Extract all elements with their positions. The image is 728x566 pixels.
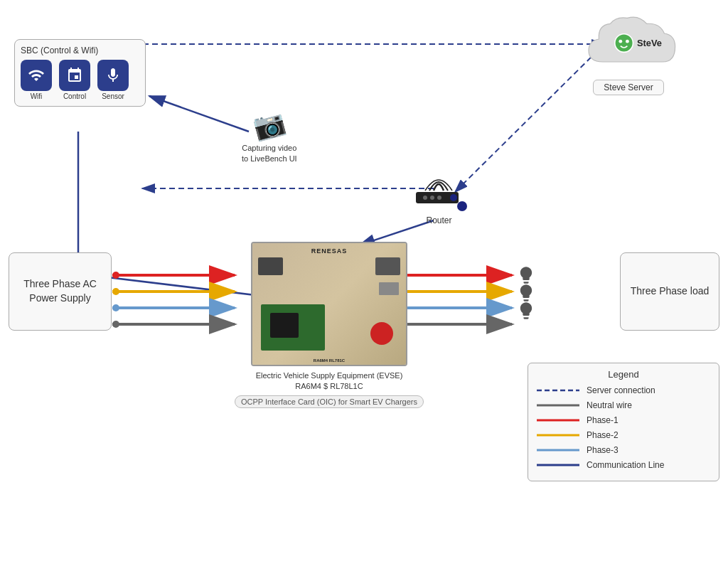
legend-neutral: Neutral wire	[537, 400, 710, 410]
legend-neutral-line	[537, 402, 579, 409]
camera-label: Capturing videoto LiveBench UI	[242, 143, 297, 165]
legend-phase2-label: Phase-2	[587, 430, 619, 440]
legend-phase2-line	[537, 432, 579, 439]
steve-server-label: Steve Server	[593, 80, 663, 95]
svg-point-37	[423, 196, 427, 200]
control-label: Control	[63, 92, 86, 100]
svg-point-18	[112, 321, 119, 328]
evse-board: RENESAS RA6M4 RL781C	[251, 242, 407, 366]
sbc-wifi-item: Wifi	[21, 60, 52, 100]
svg-point-32	[615, 34, 633, 53]
router-container: Router	[412, 171, 466, 225]
legend-phase3-label: Phase-3	[587, 445, 619, 455]
legend-phase1: Phase-1	[537, 415, 710, 425]
legend-title: Legend	[537, 369, 710, 380]
legend-comm-label: Communication Line	[587, 460, 664, 470]
svg-point-39	[437, 196, 441, 200]
svg-point-34	[626, 40, 629, 43]
svg-point-40	[450, 194, 457, 201]
router-icon	[412, 171, 466, 210]
svg-text:SteVe: SteVe	[637, 38, 662, 48]
legend-server-connection: Server connection	[537, 385, 710, 395]
ac-power-box: Three Phase ACPower Supply	[9, 252, 112, 331]
legend-comm: Communication Line	[537, 460, 710, 470]
load-box: Three Phase load	[620, 252, 719, 331]
cloud-svg: SteVe	[572, 13, 685, 77]
sbc-sensor-item: Sensor	[97, 60, 129, 100]
svg-point-38	[430, 196, 434, 200]
legend-phase3: Phase-3	[537, 445, 710, 455]
svg-point-16	[112, 288, 119, 295]
evse-label: Electric Vehicle Supply Equipment (EVSE)…	[256, 370, 403, 393]
sensor-icon	[97, 60, 129, 91]
router-label: Router	[426, 215, 451, 225]
load-text: Three Phase load	[631, 284, 710, 299]
wifi-label: Wifi	[31, 92, 43, 100]
sensor-label: Sensor	[102, 92, 124, 100]
sbc-title: SBC (Control & Wifi)	[21, 46, 139, 55]
phase3-bulb	[516, 301, 536, 324]
cloud-container: SteVe Steve Server	[572, 13, 685, 95]
legend-phase2: Phase-2	[537, 430, 710, 440]
diagram-container: SBC (Control & Wifi) Wifi Control	[0, 0, 728, 566]
svg-point-15	[112, 272, 119, 279]
legend-comm-line	[537, 461, 579, 469]
evse-ocpp-label: OCPP Interface Card (OIC) for Smart EV C…	[235, 395, 424, 408]
svg-point-33	[619, 40, 622, 43]
legend-box: Legend Server connection Neutral wire Ph…	[528, 363, 719, 481]
svg-point-17	[112, 304, 119, 311]
legend-phase1-label: Phase-1	[587, 415, 619, 425]
legend-phase1-line	[537, 417, 579, 424]
sbc-icons: Wifi Control Sensor	[21, 60, 139, 100]
camera-container: 📷 Capturing videoto LiveBench UI	[242, 110, 297, 165]
wifi-icon	[21, 60, 52, 91]
legend-phase3-line	[537, 447, 579, 454]
camera-icon: 📷	[250, 107, 289, 144]
evse-container: RENESAS RA6M4 RL781C Electric Vehicle Su…	[235, 242, 424, 408]
svg-line-6	[149, 96, 249, 132]
sbc-control-item: Control	[59, 60, 90, 100]
legend-neutral-label: Neutral wire	[587, 400, 632, 410]
sbc-box: SBC (Control & Wifi) Wifi Control	[14, 39, 146, 107]
control-icon	[59, 60, 90, 91]
legend-server-label: Server connection	[587, 385, 655, 395]
evse-board-inner: RENESAS RA6M4 RL781C	[252, 243, 406, 365]
cloud-shape: SteVe	[572, 13, 685, 77]
legend-server-line	[537, 387, 579, 394]
ac-power-text: Three Phase ACPower Supply	[23, 277, 97, 305]
